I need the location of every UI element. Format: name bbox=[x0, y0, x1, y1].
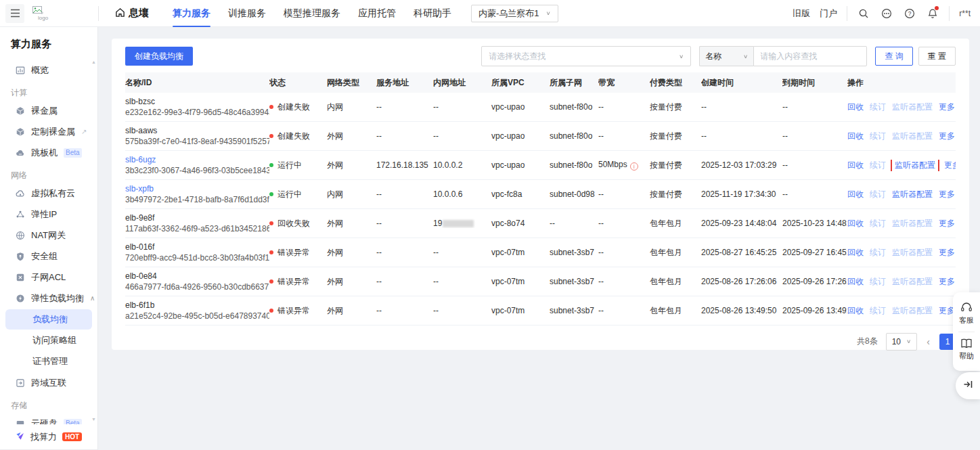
find-compute-icon bbox=[15, 431, 25, 443]
region-select[interactable]: 内蒙-乌兰察布1 ∨ bbox=[471, 5, 558, 22]
help-button[interactable]: 帮助 bbox=[953, 335, 980, 365]
action-more[interactable]: 更多∨ bbox=[939, 276, 956, 288]
instance-id: 3b3c23f0-3067-4a46-96f3-03b5cee18435 bbox=[125, 165, 264, 176]
action-recycle[interactable]: 回收 bbox=[847, 102, 864, 113]
action-more[interactable]: 更多∨ bbox=[944, 160, 956, 171]
instance-id: 720ebff9-acc9-451d-bcc8-3b03fa4b03f1 bbox=[125, 252, 264, 263]
name-id-cell: slb-xpfb3b497972-2be1-4718-bafb-8a7f6d1d… bbox=[125, 183, 269, 205]
sidebar-item-vpc[interactable]: 虚拟私有云 bbox=[0, 183, 97, 204]
subnet-cell: subnet-3sb7 bbox=[550, 306, 598, 315]
search-input[interactable] bbox=[753, 46, 867, 66]
subnet-cell: -- bbox=[550, 219, 598, 228]
instance-name-link: elb-9e8f bbox=[125, 212, 264, 223]
sidebar-item-jump-server[interactable]: 跳板机Beta bbox=[0, 142, 97, 163]
internal-address-cell: -- bbox=[433, 131, 491, 141]
sidebar-menu: 概览计算裸金属定制裸金属↗跳板机Beta网络虚拟私有云弹性IPNAT网关安全组子… bbox=[0, 60, 97, 424]
collapse-panel-button[interactable] bbox=[956, 372, 980, 399]
tab-model-inference[interactable]: 模型推理服务 bbox=[275, 0, 349, 27]
bandwidth-cell: -- bbox=[598, 248, 650, 257]
tab-compute[interactable]: 算力服务 bbox=[164, 0, 219, 27]
vpc-cell: vpc-07tm bbox=[491, 277, 550, 286]
create-load-balancer-button[interactable]: 创建负载均衡 bbox=[125, 47, 193, 66]
service-address-cell: -- bbox=[376, 131, 433, 141]
action-recycle[interactable]: 回收 bbox=[847, 160, 864, 171]
sidebar-item-access-policy-group[interactable]: 访问策略组 bbox=[5, 330, 92, 351]
tab-research-assistant[interactable]: 科研助手 bbox=[405, 0, 460, 27]
sidebar-item-certificate-management[interactable]: 证书管理 bbox=[5, 351, 92, 372]
sidebar-item-cloud-disk[interactable]: 云硬盘Beta bbox=[0, 413, 97, 424]
help-circle-icon[interactable]: ? bbox=[903, 7, 916, 20]
action-listener-config: 监听器配置 bbox=[892, 247, 933, 258]
action-more[interactable]: 更多∨ bbox=[939, 189, 956, 200]
status-dot bbox=[269, 279, 273, 284]
ellipsis-circle-icon[interactable] bbox=[880, 7, 893, 20]
status-text: 错误异常 bbox=[277, 306, 310, 315]
sidebar-item-label: 跨域互联 bbox=[31, 377, 66, 389]
old-version-link[interactable]: 旧版 bbox=[793, 7, 810, 20]
bandwidth-info-icon[interactable]: i bbox=[630, 162, 638, 171]
hamburger-menu-icon[interactable] bbox=[5, 4, 24, 23]
notification-bell-icon[interactable] bbox=[926, 7, 939, 20]
sidebar-item-elastic-ip[interactable]: 弹性IP bbox=[0, 204, 97, 225]
topbar-divider bbox=[949, 6, 950, 21]
status-filter-select[interactable]: 请选择状态查找 ∨ bbox=[481, 46, 691, 66]
action-more[interactable]: 更多∨ bbox=[939, 131, 956, 142]
prev-page-button[interactable]: ‹ bbox=[925, 336, 931, 347]
sidebar-group-network: 网络 bbox=[0, 163, 97, 183]
expire-time-cell: -- bbox=[782, 189, 847, 199]
sidebar-item-nat-gateway[interactable]: NAT网关 bbox=[0, 225, 97, 246]
status-cell: 错误异常 bbox=[269, 305, 327, 317]
bandwidth-value: -- bbox=[598, 131, 604, 141]
tab-app-hosting[interactable]: 应用托管 bbox=[349, 0, 405, 27]
pay-type-cell: 按量付费 bbox=[650, 131, 701, 142]
internal-address-cell: -- bbox=[433, 277, 491, 286]
scroll-up-icon[interactable]: ▲ bbox=[91, 60, 96, 64]
action-recycle[interactable]: 回收 bbox=[847, 305, 864, 317]
reset-button[interactable]: 重 置 bbox=[918, 47, 956, 66]
actions-cell: 回收续订监听器配置更多∨ bbox=[847, 276, 956, 288]
service-address-cell: -- bbox=[376, 277, 433, 286]
search-icon[interactable] bbox=[857, 7, 870, 20]
service-address-cell: -- bbox=[376, 306, 433, 315]
instance-id: 117ab63f-3362-46f9-a523-d61b34521865 bbox=[125, 223, 264, 234]
customer-service-button[interactable]: 客服 bbox=[953, 298, 980, 329]
main-content: 创建负载均衡 请选择状态查找 ∨ 名称 ∨ 查 询 重 置 名称/ID状态网络类… bbox=[98, 27, 980, 450]
action-listener-config[interactable]: 监听器配置 bbox=[891, 160, 939, 171]
expire-time-cell: 2025-09-27 16:45:26 bbox=[782, 248, 847, 257]
sidebar-item-load-balancer[interactable]: 负载均衡 bbox=[5, 309, 92, 330]
action-recycle[interactable]: 回收 bbox=[847, 131, 864, 142]
instance-name-link: slb-bzsc bbox=[125, 96, 264, 107]
sidebar-item-bare-metal[interactable]: 裸金属 bbox=[0, 100, 97, 121]
status-dot bbox=[269, 105, 273, 109]
sidebar-item-elastic-load-balancer[interactable]: 弹性负载均衡∧ bbox=[0, 288, 97, 309]
scroll-down-icon[interactable]: ▼ bbox=[91, 417, 96, 422]
action-listener-config[interactable]: 监听器配置 bbox=[892, 189, 933, 200]
action-more[interactable]: 更多∨ bbox=[939, 218, 956, 229]
instance-id: 466a7977-fd6a-4926-9560-b30cdb663774 bbox=[125, 282, 264, 292]
instance-name-link[interactable]: slb-6ugz bbox=[125, 154, 264, 165]
search-field-select[interactable]: 名称 ∨ bbox=[699, 46, 753, 66]
sidebar-item-find-compute[interactable]: 找算力 HOT bbox=[0, 424, 97, 450]
page-size-select[interactable]: 10 ∨ bbox=[886, 333, 918, 351]
query-button[interactable]: 查 询 bbox=[875, 47, 912, 66]
column-header: 网络类型 bbox=[327, 77, 376, 89]
action-recycle[interactable]: 回收 bbox=[847, 276, 864, 288]
tab-training[interactable]: 训推服务 bbox=[219, 0, 275, 27]
action-more[interactable]: 更多∨ bbox=[939, 247, 956, 258]
action-recycle[interactable]: 回收 bbox=[847, 189, 864, 200]
sidebar-item-overview[interactable]: 概览 bbox=[0, 60, 97, 81]
action-more[interactable]: 更多∨ bbox=[939, 102, 956, 113]
bandwidth-cell: -- bbox=[598, 189, 650, 199]
action-recycle[interactable]: 回收 bbox=[847, 218, 864, 229]
name-id-cell: slb-aaws575ba39f-c7e0-41f3-8eaf-9435901f… bbox=[125, 125, 269, 147]
sidebar-item-subnet-acl[interactable]: 子网ACL bbox=[0, 267, 97, 288]
username[interactable]: r**t bbox=[959, 9, 971, 18]
action-recycle[interactable]: 回收 bbox=[847, 247, 864, 258]
portal-link[interactable]: 门户 bbox=[820, 7, 837, 20]
sidebar-item-security-group[interactable]: 安全组 bbox=[0, 246, 97, 267]
vpc-cell: vpc-07tm bbox=[491, 248, 550, 257]
brand-home[interactable]: 息壤 bbox=[115, 7, 149, 20]
sidebar-item-cross-domain[interactable]: 跨域互联 bbox=[0, 372, 97, 393]
sidebar-item-custom-bare-metal[interactable]: 定制裸金属↗ bbox=[0, 121, 97, 142]
instance-name-link[interactable]: slb-xpfb bbox=[125, 183, 264, 194]
